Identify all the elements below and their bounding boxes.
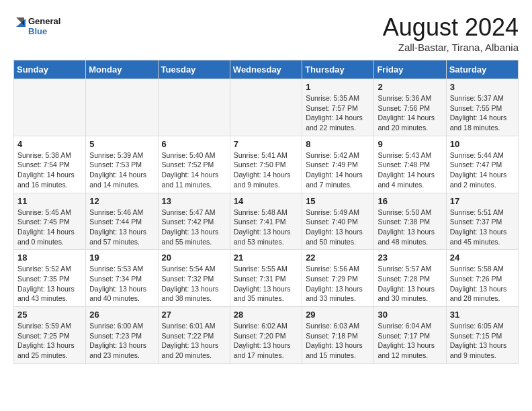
title-area: August 2024 Zall-Bastar, Tirana, Albania <box>383 13 519 53</box>
calendar-cell: 6Sunrise: 5:40 AM Sunset: 7:52 PM Daylig… <box>158 136 230 193</box>
calendar-week-row: 1Sunrise: 5:35 AM Sunset: 7:57 PM Daylig… <box>14 79 519 136</box>
calendar-cell: 17Sunrise: 5:51 AM Sunset: 7:37 PM Dayli… <box>446 193 518 250</box>
day-info: Sunrise: 5:45 AM Sunset: 7:45 PM Dayligh… <box>17 208 82 247</box>
day-number: 3 <box>450 82 515 92</box>
day-info: Sunrise: 6:01 AM Sunset: 7:22 PM Dayligh… <box>162 321 226 361</box>
calendar-cell: 31Sunrise: 6:05 AM Sunset: 7:15 PM Dayli… <box>446 307 518 364</box>
calendar-cell: 30Sunrise: 6:04 AM Sunset: 7:17 PM Dayli… <box>374 307 446 364</box>
day-number: 16 <box>378 196 442 206</box>
calendar-cell: 22Sunrise: 5:56 AM Sunset: 7:29 PM Dayli… <box>302 250 374 307</box>
day-number: 30 <box>378 310 442 320</box>
day-info: Sunrise: 6:02 AM Sunset: 7:20 PM Dayligh… <box>234 321 298 361</box>
day-number: 23 <box>378 253 442 263</box>
weekday-header-tuesday: Tuesday <box>158 60 230 79</box>
calendar-table: SundayMondayTuesdayWednesdayThursdayFrid… <box>13 60 519 364</box>
calendar-cell: 9Sunrise: 5:43 AM Sunset: 7:48 PM Daylig… <box>374 136 446 193</box>
weekday-header-saturday: Saturday <box>446 60 518 79</box>
day-number: 27 <box>162 310 226 320</box>
calendar-cell: 19Sunrise: 5:53 AM Sunset: 7:34 PM Dayli… <box>86 250 158 307</box>
calendar-cell: 4Sunrise: 5:38 AM Sunset: 7:54 PM Daylig… <box>14 136 86 193</box>
day-number: 7 <box>234 139 298 149</box>
calendar-cell <box>158 79 230 136</box>
day-info: Sunrise: 5:43 AM Sunset: 7:48 PM Dayligh… <box>378 150 442 190</box>
day-info: Sunrise: 5:52 AM Sunset: 7:35 PM Dayligh… <box>17 264 82 304</box>
logo: General Blue <box>13 13 67 40</box>
calendar-cell: 24Sunrise: 5:58 AM Sunset: 7:26 PM Dayli… <box>446 250 518 307</box>
calendar-cell: 18Sunrise: 5:52 AM Sunset: 7:35 PM Dayli… <box>14 250 86 307</box>
calendar-cell: 26Sunrise: 6:00 AM Sunset: 7:23 PM Dayli… <box>86 307 158 364</box>
calendar-cell: 23Sunrise: 5:57 AM Sunset: 7:28 PM Dayli… <box>374 250 446 307</box>
day-number: 18 <box>17 253 82 263</box>
calendar-cell: 21Sunrise: 5:55 AM Sunset: 7:31 PM Dayli… <box>230 250 302 307</box>
calendar-cell: 14Sunrise: 5:48 AM Sunset: 7:41 PM Dayli… <box>230 193 302 250</box>
day-info: Sunrise: 5:50 AM Sunset: 7:38 PM Dayligh… <box>378 208 442 247</box>
calendar-cell: 27Sunrise: 6:01 AM Sunset: 7:22 PM Dayli… <box>158 307 230 364</box>
day-number: 29 <box>306 310 370 320</box>
day-number: 14 <box>234 196 298 206</box>
day-number: 12 <box>89 196 154 206</box>
calendar-cell: 11Sunrise: 5:45 AM Sunset: 7:45 PM Dayli… <box>14 193 86 250</box>
calendar-cell: 12Sunrise: 5:46 AM Sunset: 7:44 PM Dayli… <box>86 193 158 250</box>
day-number: 13 <box>162 196 226 206</box>
weekday-header-monday: Monday <box>86 60 158 79</box>
day-info: Sunrise: 5:42 AM Sunset: 7:49 PM Dayligh… <box>306 150 370 190</box>
logo-svg: General Blue <box>13 13 67 40</box>
day-number: 4 <box>17 139 82 149</box>
weekday-header-friday: Friday <box>374 60 446 79</box>
day-info: Sunrise: 5:54 AM Sunset: 7:32 PM Dayligh… <box>162 264 226 304</box>
day-number: 17 <box>450 196 515 206</box>
day-number: 9 <box>378 139 442 149</box>
calendar-week-row: 18Sunrise: 5:52 AM Sunset: 7:35 PM Dayli… <box>14 250 519 307</box>
calendar-cell: 2Sunrise: 5:36 AM Sunset: 7:56 PM Daylig… <box>374 79 446 136</box>
day-info: Sunrise: 5:36 AM Sunset: 7:56 PM Dayligh… <box>378 93 442 133</box>
calendar-cell <box>230 79 302 136</box>
day-number: 22 <box>306 253 370 263</box>
calendar-week-row: 4Sunrise: 5:38 AM Sunset: 7:54 PM Daylig… <box>14 136 519 193</box>
day-info: Sunrise: 5:41 AM Sunset: 7:50 PM Dayligh… <box>234 150 298 190</box>
calendar-week-row: 25Sunrise: 5:59 AM Sunset: 7:25 PM Dayli… <box>14 307 519 364</box>
day-info: Sunrise: 5:57 AM Sunset: 7:28 PM Dayligh… <box>378 264 442 304</box>
calendar-cell: 15Sunrise: 5:49 AM Sunset: 7:40 PM Dayli… <box>302 193 374 250</box>
day-number: 26 <box>89 310 154 320</box>
svg-text:General: General <box>28 16 60 26</box>
day-number: 21 <box>234 253 298 263</box>
day-number: 24 <box>450 253 515 263</box>
calendar-cell: 29Sunrise: 6:03 AM Sunset: 7:18 PM Dayli… <box>302 307 374 364</box>
day-number: 8 <box>306 139 370 149</box>
day-number: 2 <box>378 82 442 92</box>
day-info: Sunrise: 5:56 AM Sunset: 7:29 PM Dayligh… <box>306 264 370 304</box>
day-info: Sunrise: 5:44 AM Sunset: 7:47 PM Dayligh… <box>450 150 515 190</box>
page-header: General Blue August 2024 Zall-Bastar, Ti… <box>13 13 519 53</box>
day-info: Sunrise: 5:37 AM Sunset: 7:55 PM Dayligh… <box>450 93 515 133</box>
day-info: Sunrise: 5:55 AM Sunset: 7:31 PM Dayligh… <box>234 264 298 304</box>
calendar-cell: 8Sunrise: 5:42 AM Sunset: 7:49 PM Daylig… <box>302 136 374 193</box>
day-number: 11 <box>17 196 82 206</box>
day-number: 31 <box>450 310 515 320</box>
weekday-header-thursday: Thursday <box>302 60 374 79</box>
svg-text:Blue: Blue <box>28 26 47 36</box>
day-info: Sunrise: 6:03 AM Sunset: 7:18 PM Dayligh… <box>306 321 370 361</box>
calendar-week-row: 11Sunrise: 5:45 AM Sunset: 7:45 PM Dayli… <box>14 193 519 250</box>
calendar-cell: 7Sunrise: 5:41 AM Sunset: 7:50 PM Daylig… <box>230 136 302 193</box>
day-info: Sunrise: 5:53 AM Sunset: 7:34 PM Dayligh… <box>89 264 154 304</box>
day-info: Sunrise: 5:51 AM Sunset: 7:37 PM Dayligh… <box>450 208 515 247</box>
day-number: 19 <box>89 253 154 263</box>
day-info: Sunrise: 5:40 AM Sunset: 7:52 PM Dayligh… <box>162 150 226 190</box>
calendar-cell: 25Sunrise: 5:59 AM Sunset: 7:25 PM Dayli… <box>14 307 86 364</box>
day-info: Sunrise: 5:38 AM Sunset: 7:54 PM Dayligh… <box>17 150 82 190</box>
day-info: Sunrise: 5:48 AM Sunset: 7:41 PM Dayligh… <box>234 208 298 247</box>
day-info: Sunrise: 5:46 AM Sunset: 7:44 PM Dayligh… <box>89 208 154 247</box>
weekday-header-sunday: Sunday <box>14 60 86 79</box>
calendar-cell: 1Sunrise: 5:35 AM Sunset: 7:57 PM Daylig… <box>302 79 374 136</box>
day-number: 28 <box>234 310 298 320</box>
day-info: Sunrise: 5:59 AM Sunset: 7:25 PM Dayligh… <box>17 321 82 361</box>
day-number: 25 <box>17 310 82 320</box>
calendar-cell: 13Sunrise: 5:47 AM Sunset: 7:42 PM Dayli… <box>158 193 230 250</box>
month-title: August 2024 <box>383 13 519 42</box>
calendar-cell <box>14 79 86 136</box>
day-info: Sunrise: 5:39 AM Sunset: 7:53 PM Dayligh… <box>89 150 154 190</box>
day-number: 20 <box>162 253 226 263</box>
calendar-cell: 20Sunrise: 5:54 AM Sunset: 7:32 PM Dayli… <box>158 250 230 307</box>
day-info: Sunrise: 6:00 AM Sunset: 7:23 PM Dayligh… <box>89 321 154 361</box>
calendar-cell: 16Sunrise: 5:50 AM Sunset: 7:38 PM Dayli… <box>374 193 446 250</box>
